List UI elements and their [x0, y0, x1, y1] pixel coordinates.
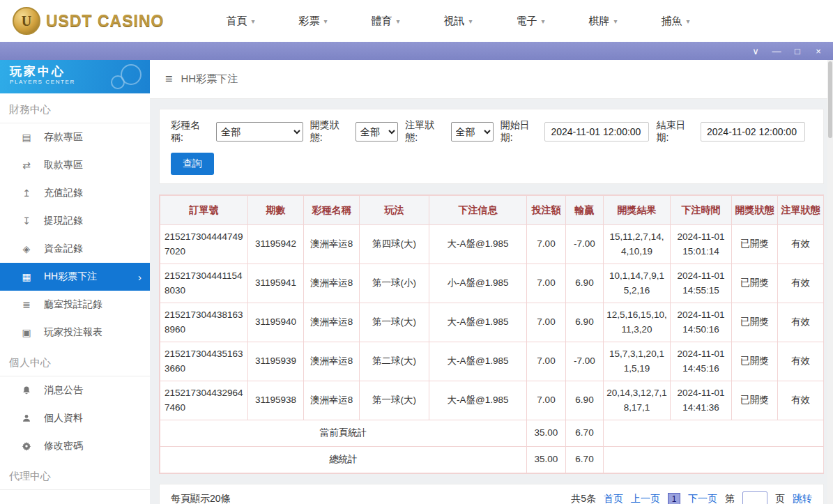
sidebar: 玩家中心 PLAYERS CENTER 財務中心 ▤ 存款專區 ⇄ 取款專區 ↥…	[0, 60, 150, 504]
total-count-text: 共5条	[571, 493, 596, 504]
current-page-badge[interactable]: 1	[668, 493, 680, 504]
order-status-select[interactable]: 全部	[451, 122, 494, 142]
cell-lottery: 澳洲幸运8	[304, 225, 360, 264]
end-date-input[interactable]	[701, 122, 805, 142]
summary-empty	[604, 420, 824, 447]
sidebar-item-funds-record[interactable]: ◈ 資金記錄	[0, 235, 150, 263]
col-order-no: 訂單號	[160, 196, 248, 225]
cell-lottery: 澳洲幸运8	[304, 264, 360, 303]
nav-item-cards[interactable]: 棋牌 ▾	[567, 0, 639, 42]
lottery-name-select[interactable]: 全部	[216, 122, 303, 142]
sidebar-item-withdrawal-record[interactable]: ↧ 提現記錄	[0, 207, 150, 235]
cell-result: 15,11,2,7,14,4,10,19	[604, 225, 671, 264]
cell-lottery: 澳洲幸运8	[304, 381, 360, 420]
sidebar-item-withdraw[interactable]: ⇄ 取款專區	[0, 151, 150, 179]
window-minimize-icon[interactable]: —	[766, 42, 787, 60]
cell-win-loss: 6.90	[566, 264, 604, 303]
sidebar-item-recharge-record[interactable]: ↥ 充值記錄	[0, 179, 150, 207]
nav-item-home[interactable]: 首頁 ▾	[204, 0, 277, 42]
window-dropdown-icon[interactable]: ∨	[745, 42, 766, 60]
cell-order-no: 2152173044351633660	[160, 342, 248, 381]
sidebar-item-deposit[interactable]: ▤ 存款專區	[0, 123, 150, 151]
col-draw-status: 開獎狀態	[732, 196, 778, 225]
funds-record-icon: ◈	[20, 243, 33, 254]
cell-period: 31195938	[248, 381, 304, 420]
sidebar-item-label: HH彩票下注	[44, 270, 97, 283]
page-jump-button[interactable]: 跳转	[793, 493, 812, 504]
scrollbar-thumb[interactable]	[828, 61, 832, 138]
nav-label: 體育	[371, 15, 392, 28]
hamburger-menu-icon[interactable]: ≡	[165, 72, 173, 86]
deposit-card-icon: ▤	[20, 132, 33, 143]
filter-label: 注單狀態:	[405, 119, 446, 144]
bets-table-card: 訂單號 期數 彩種名稱 玩法 下注信息 投注額 輸贏 開獎結果 下注時間 開獎狀…	[159, 194, 824, 474]
cell-bet-info: 大-A盤@1.985	[429, 381, 527, 420]
user-icon	[20, 413, 33, 423]
cell-result: 12,5,16,15,10,11,3,20	[604, 303, 671, 342]
nav-item-live[interactable]: 視訊 ▾	[422, 0, 494, 42]
cell-period: 31195942	[248, 225, 304, 264]
withdraw-icon: ⇄	[20, 160, 33, 171]
filter-label: 開獎狀態:	[310, 119, 351, 144]
col-period: 期數	[248, 196, 304, 225]
start-date-input[interactable]	[544, 122, 649, 142]
sidebar-item-hh-lottery-bet[interactable]: ▦ HH彩票下注 ›	[0, 263, 150, 291]
cell-order-status: 有效	[778, 264, 824, 303]
nav-item-lottery[interactable]: 彩票 ▾	[277, 0, 349, 42]
page-jump-input[interactable]	[742, 491, 767, 504]
top-header: U USDT CASINO 首頁 ▾ 彩票 ▾ 體育 ▾ 視訊 ▾ 電子 ▾	[0, 0, 833, 42]
nav-item-sports[interactable]: 體育 ▾	[349, 0, 422, 42]
nav-item-slots[interactable]: 電子 ▾	[494, 0, 567, 42]
sidebar-item-profile[interactable]: 個人資料	[0, 404, 150, 432]
search-button[interactable]: 查詢	[171, 153, 214, 175]
top-nav: 首頁 ▾ 彩票 ▾ 體育 ▾ 視訊 ▾ 電子 ▾ 棋牌 ▾	[204, 0, 712, 42]
sidebar-item-announcements[interactable]: 消息公告	[0, 376, 150, 404]
table-row: 2152173044381638960 31195940 澳洲幸运8 第一球(大…	[160, 303, 824, 342]
filter-label: 結束日期:	[656, 119, 696, 144]
sidebar-item-label: 個人資料	[44, 412, 83, 425]
section-finance-center: 財務中心	[0, 93, 150, 123]
players-center-banner: 玩家中心 PLAYERS CENTER	[0, 60, 150, 93]
window-maximize-icon[interactable]: □	[787, 42, 808, 60]
draw-status-select[interactable]: 全部	[356, 122, 398, 142]
col-play: 玩法	[360, 196, 429, 225]
nav-item-fishing[interactable]: 捕魚 ▾	[639, 0, 712, 42]
cell-bet-time: 2024-11-01 14:41:36	[671, 381, 732, 420]
next-page-link[interactable]: 下一页	[688, 493, 717, 504]
first-page-link[interactable]: 首页	[604, 493, 623, 504]
cell-play: 第一球(小)	[360, 264, 429, 303]
sidebar-item-label: 提現記錄	[44, 215, 83, 227]
summary-empty	[604, 447, 824, 473]
cell-bet-time: 2024-11-01 14:50:16	[671, 303, 732, 342]
window-close-icon[interactable]: ×	[808, 42, 829, 60]
table-row: 2152173044351633660 31195939 澳洲幸运8 第二球(大…	[160, 342, 824, 381]
cell-play: 第二球(大)	[360, 342, 429, 381]
vertical-scrollbar[interactable]	[827, 60, 833, 504]
cell-bet-info: 大-A盤@1.985	[429, 342, 527, 381]
cell-play: 第一球(大)	[360, 303, 429, 342]
filter-start-date: 開始日期:	[500, 119, 650, 144]
sidebar-item-hall-bet-record[interactable]: ≣ 廳室投註記錄	[0, 291, 150, 319]
table-header-row: 訂單號 期數 彩種名稱 玩法 下注信息 投注額 輸贏 開獎結果 下注時間 開獎狀…	[160, 196, 824, 225]
lottery-bet-icon: ▦	[20, 271, 33, 282]
summary-win-loss: 6.70	[566, 420, 604, 447]
chevron-down-icon: ▾	[468, 17, 472, 25]
col-bet-info: 下注信息	[429, 196, 527, 225]
filter-panel: 彩種名稱: 全部 開獎狀態: 全部 注單狀態:	[159, 109, 824, 184]
chevron-down-icon: ▾	[251, 17, 254, 25]
cell-period: 31195940	[248, 303, 304, 342]
sidebar-item-label: 消息公告	[44, 384, 83, 397]
cell-order-no: 2152173044447497020	[160, 225, 248, 264]
summary-amount: 35.00	[527, 447, 566, 473]
sidebar-item-label: 取款專區	[44, 159, 83, 171]
prev-page-link[interactable]: 上一页	[631, 493, 660, 504]
cell-win-loss: -7.00	[566, 225, 604, 264]
page-summary-row: 當前頁統計 35.00 6.70	[160, 420, 824, 447]
cell-draw-status: 已開獎	[732, 303, 778, 342]
cell-order-status: 有效	[778, 342, 824, 381]
sidebar-item-player-report[interactable]: ▣ 玩家投注報表	[0, 319, 150, 346]
gamepad-icon	[111, 63, 143, 91]
sidebar-item-change-password[interactable]: 修改密碼	[0, 432, 150, 460]
cell-play: 第四球(大)	[360, 225, 429, 264]
chevron-down-icon: ▾	[396, 17, 399, 25]
